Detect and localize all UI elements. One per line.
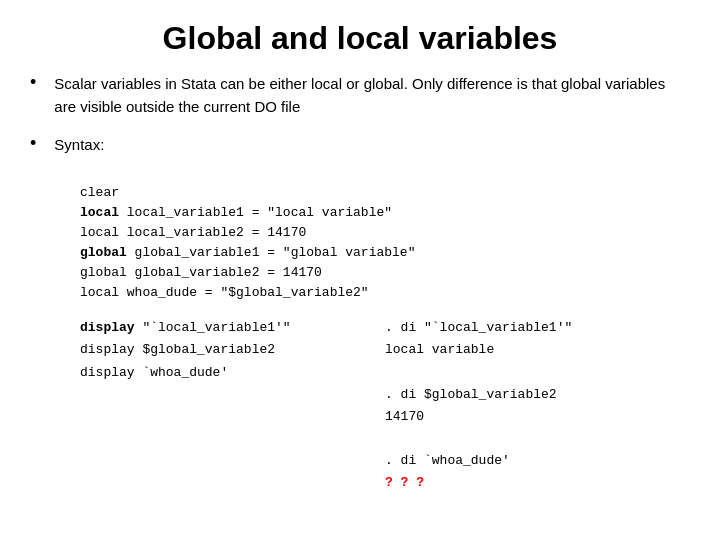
code-line-local2: local local_variable2 = 14170 (80, 223, 690, 243)
code-line-global2: global global_variable2 = 14170 (80, 263, 690, 283)
code-line-clear: clear (80, 183, 690, 203)
bullet-dot-1: • (30, 72, 36, 93)
display-section: display "`local_variable1'" display $glo… (80, 317, 690, 494)
display-line-3: display `whoa_dude' (80, 362, 385, 384)
display-right-5: 14170 (385, 406, 690, 428)
display-right: . di "`local_variable1'" local variable … (385, 317, 690, 494)
display-line-1: display "`local_variable1'" (80, 317, 385, 339)
display-right-6 (385, 428, 690, 450)
display-right-4: . di $global_variable2 (385, 384, 690, 406)
syntax-label: Syntax: (54, 134, 104, 157)
bullet-dot-2: • (30, 133, 36, 154)
bullet-2: • Syntax: (30, 134, 690, 167)
display-line-2: display $global_variable2 (80, 339, 385, 361)
bullet-1: • Scalar variables in Stata can be eithe… (30, 73, 690, 118)
display-right-7: . di `whoa_dude' (385, 450, 690, 472)
code-line-local3: local whoa_dude = "$global_variable2" (80, 283, 690, 303)
code-block: clear local local_variable1 = "local var… (80, 183, 690, 304)
code-line-local1: local local_variable1 = "local variable" (80, 203, 690, 223)
bullet-text-1: Scalar variables in Stata can be either … (54, 73, 690, 118)
code-line-global1: global global_variable1 = "global variab… (80, 243, 690, 263)
display-right-8: ? ? ? (385, 472, 690, 494)
display-left: display "`local_variable1'" display $glo… (80, 317, 385, 494)
display-right-3 (385, 362, 690, 384)
page-title: Global and local variables (30, 20, 690, 57)
display-right-1: . di "`local_variable1'" (385, 317, 690, 339)
display-right-2: local variable (385, 339, 690, 361)
